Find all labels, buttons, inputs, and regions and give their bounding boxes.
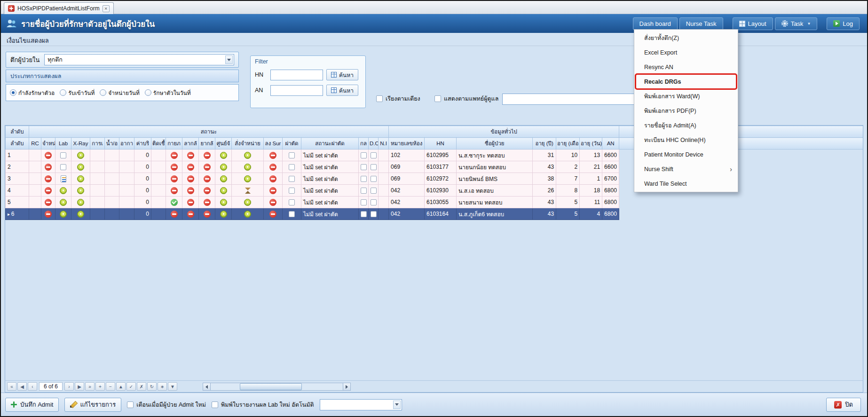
- grid-cell[interactable]: 6102972: [425, 173, 457, 185]
- grid-cell[interactable]: [232, 185, 264, 197]
- grid-cell[interactable]: [379, 161, 389, 173]
- grid-cell[interactable]: [71, 197, 90, 208]
- grid-cell[interactable]: 43: [533, 208, 556, 220]
- grid-cell[interactable]: [41, 208, 55, 220]
- grid-column-header-7[interactable]: อากา: [119, 138, 134, 149]
- grid-column-header-27[interactable]: AN: [602, 138, 619, 149]
- grid-column-header-18[interactable]: กล: [359, 138, 369, 149]
- hn-search-button[interactable]: ค้นหา: [326, 69, 358, 80]
- nav-prior-page-button[interactable]: ◀: [17, 382, 27, 391]
- grid-cell[interactable]: [232, 161, 264, 173]
- grid-cell[interactable]: [119, 173, 134, 185]
- grid-cell[interactable]: [264, 149, 283, 161]
- grid-cell[interactable]: [166, 149, 182, 161]
- menu-item-hhc-online-h[interactable]: ทะเบียน HHC Online(H): [634, 133, 738, 147]
- grid-cell[interactable]: [119, 197, 134, 208]
- grid-column-header-23[interactable]: ชื่อผู้ป่วย: [457, 138, 533, 149]
- nav-edit-button[interactable]: ▲: [116, 382, 126, 391]
- grid-cell[interactable]: [283, 208, 301, 220]
- menu-item-ward-w[interactable]: พิมพ์เอกสาร Ward(W): [634, 89, 738, 103]
- grid-cell[interactable]: นายนกน้อย ทดสอบ: [457, 161, 533, 173]
- grid-cell[interactable]: [90, 185, 105, 197]
- grid-cell[interactable]: [199, 173, 215, 185]
- grid-cell[interactable]: [199, 161, 215, 173]
- grid-cell[interactable]: [379, 149, 389, 161]
- header-button-dash-board[interactable]: Dash board: [633, 17, 678, 30]
- grid-cell[interactable]: [215, 161, 232, 173]
- grid-cell[interactable]: ไม่มี set ผ่าตัด: [301, 197, 359, 208]
- grid-row[interactable]: 50ไม่มี set ผ่าตัด0426103055นายสนาม ทดสอ…: [6, 197, 863, 208]
- grid-cell[interactable]: [359, 161, 369, 173]
- grid-cell[interactable]: [119, 208, 134, 220]
- cell-checkbox[interactable]: [371, 176, 377, 182]
- grid-cell[interactable]: 26: [533, 185, 556, 197]
- display-type-radio-0[interactable]: กำลังรักษาตัวอ: [10, 88, 55, 97]
- grid-cell[interactable]: [199, 197, 215, 208]
- grid-column-header-21[interactable]: หมายเลขห้อง: [389, 138, 425, 149]
- grid-column-header-12[interactable]: ยากลั: [199, 138, 215, 149]
- grid-cell[interactable]: [232, 197, 264, 208]
- grid-cell[interactable]: น.ส.เอ ทดสอบ: [457, 185, 533, 197]
- grid-cell[interactable]: [166, 208, 182, 220]
- grid-cell[interactable]: 7: [556, 173, 580, 185]
- grid-cell[interactable]: [199, 185, 215, 197]
- grid-cell[interactable]: [29, 161, 41, 173]
- grid-cell[interactable]: [215, 208, 232, 220]
- grid-cell[interactable]: 069: [389, 161, 425, 173]
- nav-insert-button[interactable]: +: [95, 382, 105, 391]
- grid-cell[interactable]: 6102930: [425, 185, 457, 197]
- grid-cell[interactable]: 1: [6, 149, 29, 161]
- grid-cell[interactable]: [151, 185, 166, 197]
- menu-item-recalc-drgs[interactable]: Recalc DRGs: [634, 74, 738, 89]
- grid-cell[interactable]: [105, 208, 119, 220]
- grid-column-header-6[interactable]: น้ำ/อ: [105, 138, 119, 149]
- nav-bookmark-button[interactable]: ∗: [158, 382, 167, 391]
- grid-cell[interactable]: [283, 185, 301, 197]
- grid-cell[interactable]: 0: [134, 173, 151, 185]
- cell-checkbox[interactable]: [289, 188, 295, 194]
- grid-cell[interactable]: [71, 173, 90, 185]
- grid-column-header-0[interactable]: ลำดับ: [6, 138, 29, 149]
- grid-cell[interactable]: [71, 185, 90, 197]
- grid-cell[interactable]: [41, 149, 55, 161]
- nav-delete-button[interactable]: −: [106, 382, 115, 391]
- grid-column-header-20[interactable]: N.I: [379, 138, 389, 149]
- grid-cell[interactable]: [215, 149, 232, 161]
- grid-cell[interactable]: [359, 185, 369, 197]
- grid-cell[interactable]: ไม่มี set ผ่าตัด: [301, 208, 359, 220]
- grid-cell[interactable]: 6103177: [425, 161, 457, 173]
- grid-cell[interactable]: 6600: [602, 149, 619, 161]
- grid-cell[interactable]: [215, 173, 232, 185]
- cell-checkbox[interactable]: [371, 152, 377, 158]
- grid-cell[interactable]: [283, 161, 301, 173]
- grid-cell[interactable]: 1: [580, 173, 602, 185]
- grid-cell[interactable]: [166, 197, 182, 208]
- grid-cell[interactable]: 042: [389, 185, 425, 197]
- grid-cell[interactable]: [182, 197, 199, 208]
- grid-cell[interactable]: [151, 208, 166, 220]
- grid-cell[interactable]: [71, 161, 90, 173]
- grid-cell[interactable]: [29, 197, 41, 208]
- menu-item-ward-tile-select[interactable]: Ward Tile Select: [634, 176, 738, 191]
- grid-cell[interactable]: [55, 185, 71, 197]
- grid-cell[interactable]: [105, 197, 119, 208]
- grid-cell[interactable]: 0: [134, 197, 151, 208]
- grid-cell[interactable]: [182, 208, 199, 220]
- grid-cell[interactable]: [119, 161, 134, 173]
- grid-cell[interactable]: 0: [134, 149, 151, 161]
- grid-cell[interactable]: 5: [556, 197, 580, 208]
- grid-cell[interactable]: [264, 197, 283, 208]
- grid-cell[interactable]: [55, 149, 71, 161]
- grid-cell[interactable]: 5: [6, 197, 29, 208]
- grid-cell[interactable]: 13: [580, 149, 602, 161]
- scroll-left-arrow-icon[interactable]: [203, 383, 211, 391]
- edit-item-button[interactable]: แก้ไขรายการ: [64, 398, 121, 412]
- cell-checkbox[interactable]: [371, 211, 377, 217]
- grid-cell[interactable]: 6103164: [425, 208, 457, 220]
- grid-cell[interactable]: [105, 161, 119, 173]
- grid-cell[interactable]: น.ส.ซากุระ ทดสอบ: [457, 149, 533, 161]
- grid-cell[interactable]: [283, 197, 301, 208]
- grid-column-header-26[interactable]: อายุ (วัน): [580, 138, 602, 149]
- cell-checkbox[interactable]: [361, 152, 367, 158]
- nav-prior-button[interactable]: ‹: [28, 382, 37, 391]
